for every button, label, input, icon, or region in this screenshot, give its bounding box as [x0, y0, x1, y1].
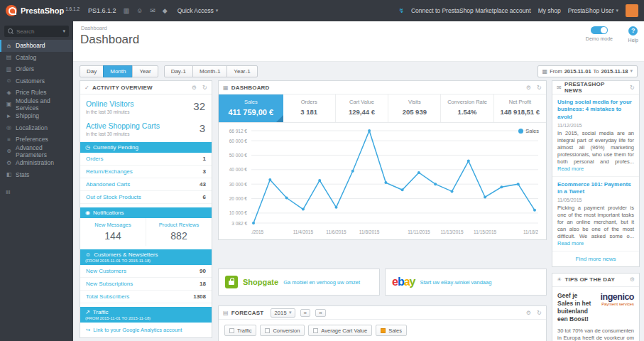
refresh-icon[interactable]: ↻	[537, 85, 542, 91]
shopgate-link[interactable]: Ga mobiel en verhoog uw omzet	[283, 279, 360, 286]
dashboard-panel: ▦ DASHBOARD ⚙ ↻ Sales411 759,00 € Orders…	[218, 80, 547, 240]
shopgate-brand: Shopgate	[243, 278, 278, 286]
kpi-sales[interactable]: Sales411 759,00 €	[219, 94, 283, 122]
read-more-link[interactable]: Read more	[557, 166, 584, 172]
chart-x-axis: 11/1/201511/4/201511/6/201511/8/201511/1…	[251, 229, 538, 237]
article-title-link[interactable]: Using social media for your business: 4 …	[557, 99, 634, 121]
traffic-toggle[interactable]: Traffic	[224, 325, 256, 336]
orders-quick-icon[interactable]: ▥	[124, 7, 130, 14]
find-more-news-link[interactable]: Find more news	[552, 251, 639, 266]
out-of-stock-count: 6	[203, 194, 206, 200]
conversion-toggle[interactable]: Conversion	[260, 325, 305, 336]
new-messages-link[interactable]: New Messages	[82, 222, 144, 228]
year-1-button[interactable]: Year-1	[227, 65, 257, 77]
sidebar-item-shipping[interactable]: ►Shipping	[0, 110, 73, 122]
help-icon[interactable]: ?	[628, 26, 638, 36]
breadcrumb: Dashboard	[81, 25, 107, 31]
sidebar-item-label: Dashboard	[16, 42, 45, 49]
article-title-link[interactable]: Ecommerce 101: Payments in a Tweet	[557, 181, 634, 196]
my-shop-link[interactable]: My shop	[538, 7, 561, 14]
activity-panel-header: ✓ ACTIVITY OVERVIEW ⚙ ↻	[80, 81, 212, 94]
google-analytics-link[interactable]: ↪ Link to your Google Analytics account	[80, 323, 212, 337]
search-input[interactable]	[16, 28, 60, 35]
day-1-button[interactable]: Day-1	[164, 65, 193, 77]
sidebar-search[interactable]: ▾	[4, 26, 69, 37]
ebay-logo: ebay	[392, 276, 415, 288]
shop-name[interactable]: PS1.6.1.2	[88, 7, 116, 14]
kpi-visits[interactable]: Visits205 939	[388, 94, 441, 122]
person-icon: ☺	[6, 77, 12, 84]
total-subscribers-link[interactable]: Total Subscribers	[86, 293, 129, 300]
kpi-conversion-rate[interactable]: Conversion Rate1.54%	[441, 94, 493, 122]
read-more-link[interactable]: Read more	[557, 240, 584, 247]
ebay-link[interactable]: Start uw eBay-winkel vandaag	[420, 279, 492, 286]
sidebar-item-orders[interactable]: ▥Orders	[0, 63, 73, 75]
orders-link[interactable]: Orders	[86, 156, 103, 162]
user-menu[interactable]: PrestaShop User ▾	[568, 7, 618, 14]
abandoned-carts-link[interactable]: Abandoned Carts	[86, 181, 130, 188]
sidebar-item-stats[interactable]: ◧Stats	[0, 169, 73, 181]
chart-icon: ◧	[6, 171, 12, 178]
kpi-value: 129,44 €	[337, 108, 386, 116]
sidebar-item-modules[interactable]: ▣Modules and Services	[0, 99, 73, 111]
customers-quick-icon[interactable]: ☺	[136, 7, 143, 14]
kpi-net-profit[interactable]: Net Profit148 918,51 €	[494, 94, 546, 122]
month-button[interactable]: Month	[103, 65, 133, 77]
truck-icon: ►	[6, 113, 12, 119]
year-button[interactable]: Year	[132, 65, 158, 77]
next-year-button[interactable]: »	[315, 309, 326, 317]
quick-access-menu[interactable]: Quick Access ▾	[178, 7, 219, 14]
new-subscriptions-link[interactable]: New Subscriptions	[86, 281, 133, 287]
sidebar-item-administration[interactable]: ⚙Administration	[0, 157, 73, 169]
demo-mode-toggle[interactable]	[591, 26, 608, 34]
new-customers-link[interactable]: New Customers	[86, 268, 126, 274]
employee-avatar[interactable]	[626, 4, 638, 17]
active-carts-label[interactable]: Active Shopping Carts	[86, 121, 206, 130]
sidebar-item-customers[interactable]: ☺Customers	[0, 75, 73, 87]
sidebar-item-advanced-parameters[interactable]: ⊕Advanced Parameters	[0, 146, 73, 158]
out-of-stock-link[interactable]: Out of Stock Products	[86, 194, 141, 200]
marketplace-link[interactable]: Connect to PrestaShop Marketplace accoun…	[411, 7, 531, 14]
chart-y-axis: 66 912 €60 000 €50 000 €40 000 €30 000 €…	[219, 129, 250, 228]
year-select[interactable]: 2015 ▾	[271, 308, 295, 318]
month-1-button[interactable]: Month-1	[192, 65, 227, 77]
shopgate-logo-icon	[225, 276, 238, 288]
activity-column: ✓ ACTIVITY OVERVIEW ⚙ ↻ Online Visitors …	[80, 80, 212, 338]
online-visitors-label[interactable]: Online Visitors	[86, 99, 206, 108]
dashboard-panel-header: ▦ DASHBOARD ⚙ ↻	[219, 81, 546, 94]
returns-link[interactable]: Return/Exchanges	[86, 168, 133, 175]
sales-toggle[interactable]: Sales	[376, 325, 407, 336]
gear-icon[interactable]: ⚙	[630, 276, 635, 283]
ingenico-logo: ingenico Payment services	[598, 292, 634, 323]
refresh-icon[interactable]: ↻	[537, 310, 542, 316]
average-cart-value-toggle[interactable]: Average Cart Value	[308, 325, 372, 336]
refresh-icon[interactable]: ↻	[202, 85, 207, 91]
date-range-picker[interactable]: ▦ From 2015-11-01 To 2015-11-18 ▾	[537, 65, 638, 77]
sidebar-item-dashboard[interactable]: ⌂Dashboard	[0, 40, 73, 52]
modules-quick-icon[interactable]: ◆	[163, 7, 168, 14]
prestashop-logo-icon	[6, 5, 17, 16]
previous-year-button[interactable]: «	[300, 309, 311, 317]
chevron-down-icon: ▾	[289, 310, 292, 315]
refresh-icon[interactable]: ↻	[630, 85, 635, 91]
gear-icon[interactable]: ⚙	[192, 85, 197, 91]
new-customers-count: 90	[200, 268, 206, 274]
gear-icon[interactable]: ⚙	[526, 310, 531, 316]
collapse-sidebar-button[interactable]: ‖‖	[6, 189, 67, 195]
kpi-orders[interactable]: Orders3 181	[283, 94, 336, 122]
sidebar-item-catalog[interactable]: ▤Catalog	[0, 52, 73, 64]
gear-icon[interactable]: ⚙	[526, 85, 531, 91]
day-button[interactable]: Day	[80, 65, 104, 77]
tips-headline: Geef je Sales in het buitenland een Boos…	[557, 292, 594, 323]
customers-newsletters-title: Customers & Newsletters	[94, 251, 158, 258]
kpi-cart-value[interactable]: Cart Value129,44 €	[336, 94, 388, 122]
forecast-metric-toggles: Traffic Conversion Average Cart Value Sa…	[219, 320, 546, 341]
sidebar-item-label: Modules and Services	[16, 97, 67, 112]
sidebar-item-localization[interactable]: ◎Localization	[0, 122, 73, 134]
shopgate-promo[interactable]: Shopgate Ga mobiel en verhoog uw omzet	[218, 269, 380, 296]
demo-mode-label: Demo mode	[586, 36, 613, 41]
product-reviews-link[interactable]: Product Reviews	[148, 222, 210, 228]
messages-quick-icon[interactable]: ✉	[150, 7, 155, 14]
chevron-down-icon: ▾	[616, 8, 618, 13]
ebay-promo[interactable]: ebay Start uw eBay-winkel vandaag	[385, 269, 547, 296]
